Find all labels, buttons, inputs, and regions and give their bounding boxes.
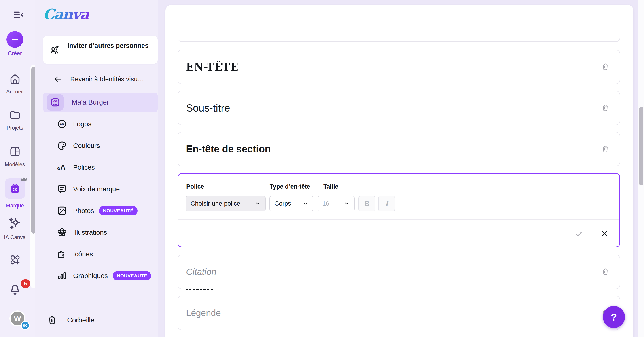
sidebar-item-templates[interactable]: Modèles — [0, 146, 30, 168]
puzzle-icon — [56, 249, 67, 260]
font-picker-value: Choisir une police — [190, 200, 240, 207]
page-scrollbar-track[interactable] — [638, 0, 644, 337]
back-to-brand-kits[interactable]: Revenir à Identités visu… — [43, 73, 158, 85]
heading-type-value: Corps — [274, 200, 291, 207]
brand-kit-name: Ma'a Burger — [72, 98, 109, 106]
heading-type-dropdown[interactable]: Corps — [270, 196, 313, 211]
user-avatar[interactable]: W SC — [10, 311, 26, 327]
sidebar-item-brand[interactable]: co Marque — [0, 178, 30, 209]
svg-text:co: co — [12, 187, 17, 192]
arrow-left-icon — [54, 75, 62, 83]
sidebar-item-illustrations[interactable]: Illustrations — [43, 223, 158, 242]
sidebar-item-couleurs[interactable]: Couleurs — [43, 137, 158, 155]
typography-panel: EN-TÊTE Sous-titre En-tête de section Po… — [166, 5, 634, 337]
sidebar-item-logos[interactable]: co Logos — [43, 115, 158, 133]
logos-icon: co — [56, 119, 67, 129]
style-sample-entete-section: En-tête de section — [186, 143, 271, 155]
create-button-label: Créer — [0, 50, 30, 56]
fonts-aA-icon: a A — [56, 162, 67, 173]
palette-icon — [56, 140, 67, 151]
delete-style-trash-icon[interactable] — [601, 63, 609, 71]
italic-button[interactable]: I — [378, 196, 395, 211]
invite-people-label: Inviter d’autres personnes — [63, 41, 153, 51]
style-row-entete[interactable]: EN-TÊTE — [178, 50, 620, 84]
style-editor-group: Police Type d’en-tête Taille Choisir une… — [178, 173, 620, 247]
photos-icon — [56, 205, 67, 216]
new-badge: NOUVEAUTÉ — [99, 206, 137, 215]
sidebar-item-voix-de-marque[interactable]: Voix de marque — [43, 180, 158, 198]
sidebar-item-polices[interactable]: a A Polices — [43, 158, 158, 177]
font-label: Police — [186, 183, 204, 190]
premium-crown-icon — [20, 176, 28, 183]
chevron-down-icon — [255, 201, 261, 207]
delete-style-trash-icon[interactable] — [601, 145, 609, 153]
bold-button[interactable]: B — [358, 196, 376, 211]
avatar-initial: W — [14, 314, 21, 323]
active-brand-kit[interactable]: co Ma'a Burger — [43, 92, 158, 112]
new-badge: NOUVEAUTÉ — [113, 271, 151, 281]
back-label: Revenir à Identités visu… — [70, 75, 144, 83]
sidebar-item-home[interactable]: Accueil — [0, 73, 30, 95]
svg-text:A: A — [60, 163, 65, 171]
sidebar-item-canva-ai[interactable]: IA Canva — [0, 216, 30, 241]
team-badge: SC — [21, 321, 30, 330]
brand-kit-icon-tile: co — [47, 94, 64, 111]
style-row-partial[interactable] — [178, 5, 620, 42]
chevron-down-icon — [344, 201, 350, 207]
delete-style-trash-icon[interactable] — [601, 268, 609, 276]
brand-kit-tile: co — [5, 178, 25, 199]
style-sample-entete: EN-TÊTE — [186, 60, 238, 73]
sidebar-item-icones[interactable]: Icônes — [43, 245, 158, 263]
invite-people-button[interactable]: Inviter d’autres personnes — [43, 36, 158, 64]
sidebar-item-corbeille[interactable]: Corbeille — [43, 311, 158, 330]
trash-icon — [47, 315, 57, 325]
invite-person-add-icon — [49, 45, 60, 55]
style-row-sous-titre[interactable]: Sous-titre — [178, 91, 620, 125]
style-row-legende[interactable]: Légende — [178, 296, 620, 330]
font-size-value: 16 — [322, 200, 330, 207]
style-sample-sous-titre: Sous-titre — [186, 102, 230, 114]
create-button[interactable] — [6, 31, 23, 48]
templates-icon — [9, 146, 21, 158]
style-sample-legende: Légende — [186, 308, 221, 318]
svg-text:co: co — [60, 122, 64, 126]
font-size-dropdown[interactable]: 16 — [318, 196, 355, 211]
page-scrollbar-thumb[interactable] — [639, 107, 643, 185]
flower-icon — [56, 227, 67, 238]
sidebar-item-apps[interactable] — [0, 254, 30, 266]
svg-text:a: a — [57, 165, 60, 171]
sidebar-item-photos[interactable]: Photos NOUVEAUTÉ — [43, 202, 158, 220]
apps-grid-icon — [9, 254, 21, 266]
help-button[interactable]: ? — [603, 306, 625, 328]
style-name-editor[interactable]: Corps — [178, 220, 620, 247]
style-row-citation[interactable]: Citation — [178, 255, 620, 289]
bar-chart-icon — [56, 270, 67, 281]
sparkles-icon — [8, 216, 22, 231]
brand-co-icon: co — [8, 182, 22, 195]
collapse-sidebar-icon[interactable] — [12, 9, 24, 19]
chevron-down-icon — [302, 201, 308, 207]
style-sample-citation: Citation — [186, 267, 216, 277]
style-row-entete-section[interactable]: En-tête de section — [178, 132, 620, 166]
home-icon — [9, 73, 21, 85]
sidebar-item-graphiques[interactable]: Graphiques NOUVEAUTÉ — [43, 267, 158, 285]
sidebar-item-projects[interactable]: Projets — [0, 109, 30, 131]
notifications-badge: 6 — [20, 279, 30, 288]
notifications-bell[interactable] — [8, 283, 22, 297]
heading-type-label: Type d’en-tête — [270, 183, 310, 190]
canva-logo[interactable]: Canva — [43, 6, 88, 22]
brand-sidebar: Canva Inviter d’autres personnes Revenir… — [35, 0, 158, 337]
svg-text:co: co — [54, 99, 57, 103]
folder-icon — [9, 109, 21, 121]
size-label: Taille — [323, 183, 338, 190]
bell-icon — [8, 283, 22, 296]
delete-style-trash-icon[interactable] — [601, 104, 609, 112]
confirm-check-icon[interactable] — [574, 229, 584, 238]
font-picker-dropdown[interactable]: Choisir une police — [186, 196, 266, 211]
brand-voice-icon — [56, 184, 67, 194]
brand-kit-co-icon: co — [50, 97, 60, 108]
cancel-x-icon[interactable] — [600, 229, 609, 238]
left-rail: Créer Accueil Projets Modèles co Ma — [0, 0, 35, 337]
main-content: EN-TÊTE Sous-titre En-tête de section Po… — [158, 0, 644, 337]
